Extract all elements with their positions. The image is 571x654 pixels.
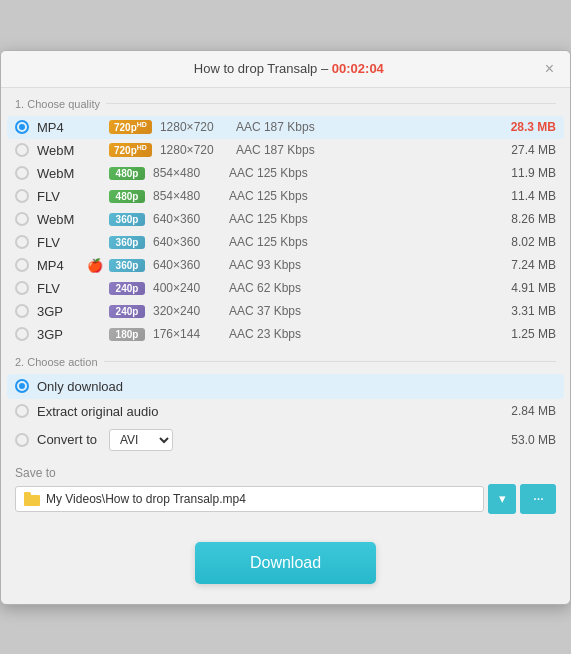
extract-audio-size: 2.84 MB xyxy=(511,404,556,418)
resolution-3: 854×480 xyxy=(153,189,221,203)
audio-info-6: AAC 93 Kbps xyxy=(229,258,488,272)
resolution-6: 640×360 xyxy=(153,258,221,272)
save-path-box: My Videos\How to drop Transalp.mp4 xyxy=(15,486,484,512)
quality-badge-7: 240p xyxy=(109,282,145,295)
radio-quality-8[interactable] xyxy=(15,304,29,318)
format-name-9: 3GP xyxy=(37,327,79,342)
audio-info-5: AAC 125 Kbps xyxy=(229,235,488,249)
quality-badge-4: 360p xyxy=(109,213,145,226)
action-only-download[interactable]: Only download xyxy=(7,374,564,399)
quality-row-5[interactable]: FLV360p640×360AAC 125 Kbps8.02 MB xyxy=(7,231,564,254)
audio-info-9: AAC 23 Kbps xyxy=(229,327,488,341)
format-name-5: FLV xyxy=(37,235,79,250)
title-time: 00:02:04 xyxy=(332,61,384,76)
action-convert-to[interactable]: Convert to AVIMP4MKVMOVWMVFLV 53.0 MB xyxy=(7,424,564,456)
file-size-5: 8.02 MB xyxy=(496,235,556,249)
quality-badge-2: 480p xyxy=(109,167,145,180)
format-name-6: MP4 xyxy=(37,258,79,273)
save-to-row: My Videos\How to drop Transalp.mp4 ▾ ··· xyxy=(15,484,556,514)
audio-info-8: AAC 37 Kbps xyxy=(229,304,488,318)
save-dropdown-button[interactable]: ▾ xyxy=(488,484,516,514)
file-size-8: 3.31 MB xyxy=(496,304,556,318)
radio-quality-2[interactable] xyxy=(15,166,29,180)
resolution-9: 176×144 xyxy=(153,327,221,341)
quality-row-6[interactable]: MP4🍎360p640×360AAC 93 Kbps7.24 MB xyxy=(7,254,564,277)
radio-quality-4[interactable] xyxy=(15,212,29,226)
radio-quality-1[interactable] xyxy=(15,143,29,157)
convert-format-select[interactable]: AVIMP4MKVMOVWMVFLV xyxy=(109,429,173,451)
radio-quality-5[interactable] xyxy=(15,235,29,249)
save-to-section: Save to My Videos\How to drop Transalp.m… xyxy=(15,466,556,514)
resolution-7: 400×240 xyxy=(153,281,221,295)
resolution-4: 640×360 xyxy=(153,212,221,226)
download-button[interactable]: Download xyxy=(195,542,376,584)
radio-quality-0[interactable] xyxy=(15,120,29,134)
window-title: How to drop Transalp – 00:02:04 xyxy=(35,61,543,76)
resolution-1: 1280×720 xyxy=(160,143,228,157)
quality-row-1[interactable]: WebM720pHD1280×720AAC 187 Kbps27.4 MB xyxy=(7,139,564,162)
convert-to-label: Convert to xyxy=(37,432,97,447)
quality-row-0[interactable]: MP4720pHD1280×720AAC 187 Kbps28.3 MB xyxy=(7,116,564,139)
resolution-0: 1280×720 xyxy=(160,120,228,134)
quality-badge-1: 720pHD xyxy=(109,143,152,157)
save-path-text: My Videos\How to drop Transalp.mp4 xyxy=(46,492,246,506)
quality-badge-3: 480p xyxy=(109,190,145,203)
audio-info-4: AAC 125 Kbps xyxy=(229,212,488,226)
format-name-4: WebM xyxy=(37,212,79,227)
file-size-2: 11.9 MB xyxy=(496,166,556,180)
quality-row-9[interactable]: 3GP180p176×144AAC 23 Kbps1.25 MB xyxy=(7,323,564,346)
title-text: How to drop Transalp – xyxy=(194,61,332,76)
main-window: How to drop Transalp – 00:02:04 × 1. Cho… xyxy=(0,50,571,605)
extract-audio-label: Extract original audio xyxy=(37,404,158,419)
quality-row-7[interactable]: FLV240p400×240AAC 62 Kbps4.91 MB xyxy=(7,277,564,300)
audio-info-1: AAC 187 Kbps xyxy=(236,143,488,157)
quality-badge-5: 360p xyxy=(109,236,145,249)
browse-button[interactable]: ··· xyxy=(520,484,556,514)
close-button[interactable]: × xyxy=(543,61,556,77)
file-size-7: 4.91 MB xyxy=(496,281,556,295)
format-name-1: WebM xyxy=(37,143,79,158)
file-size-3: 11.4 MB xyxy=(496,189,556,203)
quality-badge-9: 180p xyxy=(109,328,145,341)
quality-badge-6: 360p xyxy=(109,259,145,272)
format-name-2: WebM xyxy=(37,166,79,181)
audio-info-2: AAC 125 Kbps xyxy=(229,166,488,180)
radio-extract-audio[interactable] xyxy=(15,404,29,418)
action-section: Only download Extract original audio 2.8… xyxy=(7,374,564,456)
audio-info-0: AAC 187 Kbps xyxy=(236,120,488,134)
quality-badge-0: 720pHD xyxy=(109,120,152,134)
audio-info-3: AAC 125 Kbps xyxy=(229,189,488,203)
quality-row-8[interactable]: 3GP240p320×240AAC 37 Kbps3.31 MB xyxy=(7,300,564,323)
file-size-6: 7.24 MB xyxy=(496,258,556,272)
format-name-7: FLV xyxy=(37,281,79,296)
format-name-8: 3GP xyxy=(37,304,79,319)
apple-icon-6: 🍎 xyxy=(87,258,101,273)
quality-row-4[interactable]: WebM360p640×360AAC 125 Kbps8.26 MB xyxy=(7,208,564,231)
file-size-0: 28.3 MB xyxy=(496,120,556,134)
folder-icon xyxy=(24,492,40,506)
quality-list: MP4720pHD1280×720AAC 187 Kbps28.3 MBWebM… xyxy=(7,116,564,346)
format-name-0: MP4 xyxy=(37,120,79,135)
file-size-9: 1.25 MB xyxy=(496,327,556,341)
convert-size: 53.0 MB xyxy=(511,433,556,447)
quality-row-2[interactable]: WebM480p854×480AAC 125 Kbps11.9 MB xyxy=(7,162,564,185)
quality-row-3[interactable]: FLV480p854×480AAC 125 Kbps11.4 MB xyxy=(7,185,564,208)
radio-quality-7[interactable] xyxy=(15,281,29,295)
radio-quality-9[interactable] xyxy=(15,327,29,341)
radio-quality-3[interactable] xyxy=(15,189,29,203)
format-name-3: FLV xyxy=(37,189,79,204)
audio-info-7: AAC 62 Kbps xyxy=(229,281,488,295)
file-size-1: 27.4 MB xyxy=(496,143,556,157)
section2-label: 2. Choose action xyxy=(15,356,556,368)
file-size-4: 8.26 MB xyxy=(496,212,556,226)
radio-quality-6[interactable] xyxy=(15,258,29,272)
resolution-2: 854×480 xyxy=(153,166,221,180)
radio-convert-to[interactable] xyxy=(15,433,29,447)
section1-label: 1. Choose quality xyxy=(15,98,556,110)
title-bar: How to drop Transalp – 00:02:04 × xyxy=(1,51,570,88)
download-section: Download xyxy=(1,528,570,604)
action-extract-audio[interactable]: Extract original audio 2.84 MB xyxy=(7,399,564,424)
resolution-8: 320×240 xyxy=(153,304,221,318)
radio-only-download[interactable] xyxy=(15,379,29,393)
only-download-label: Only download xyxy=(37,379,123,394)
